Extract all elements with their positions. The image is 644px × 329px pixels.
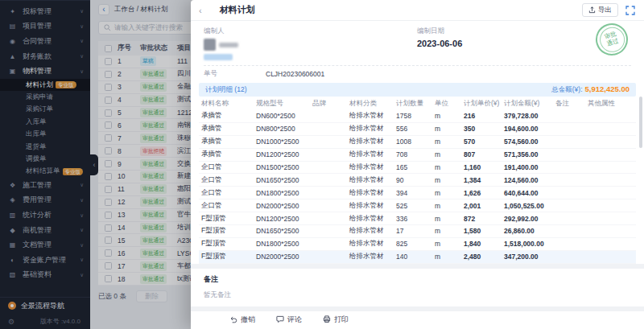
scrollbar[interactable]: [639, 97, 642, 148]
detail-cell: 1,580: [461, 227, 502, 235]
detail-count-label: 计划明细 (12): [205, 85, 246, 95]
detail-cell: 给排水管材: [347, 252, 394, 261]
creator-avatar: [204, 39, 216, 51]
detail-cell: 企口管: [199, 201, 254, 211]
detail-cell: 1,384: [461, 176, 502, 184]
drawer-header: ‹ 材料计划 导出: [191, 0, 644, 21]
table-row[interactable]: 承插管DN800*2500给排水管材556m350194,600.00: [199, 123, 636, 136]
drawer-title: 材料计划: [220, 4, 255, 16]
detail-cell: 承插管: [199, 137, 254, 146]
detail-cell: 企口管: [199, 175, 254, 185]
detail-col-header: 材料名称: [199, 99, 254, 109]
action-label: 撤销: [241, 315, 255, 325]
drawer-footer: 撤销评论打印: [191, 311, 644, 329]
detail-cell: DN1200*2500: [254, 215, 310, 223]
detail-cell: m: [432, 202, 461, 210]
detail-cell: 17: [394, 227, 432, 235]
detail-cell: 企口管: [199, 188, 254, 198]
detail-cell: F型顶管: [199, 226, 254, 236]
order-no-value: CLJH20230606001: [266, 70, 324, 78]
detail-cell: 给排水管材: [347, 150, 394, 159]
detail-cell: 给排水管材: [347, 201, 394, 211]
remark-section: 备注 暂无备注: [191, 269, 644, 306]
detail-table-body: 承插管DN600*2500给排水管材1758m216379,728.00承插管D…: [199, 110, 636, 264]
detail-cell: DN800*2500: [254, 125, 310, 133]
table-row[interactable]: 企口管DN2000*2500给排水管材525m2,0011,050,525.00: [199, 199, 636, 212]
table-row[interactable]: 承插管DN600*2500给排水管材1758m216379,728.00: [199, 110, 636, 123]
total-amount-value: 5,912,425.00: [585, 84, 630, 93]
detail-cell: 191,400.00: [502, 163, 553, 171]
detail-cell: DN1200*2500: [254, 150, 310, 158]
detail-cell: 640,644.00: [502, 189, 553, 197]
detail-cell: 给排水管材: [347, 188, 394, 198]
detail-cell: 571,356.00: [502, 150, 553, 158]
table-row[interactable]: 承插管DN1200*2500给排水管材708m807571,356.00: [199, 149, 636, 162]
detail-cell: m: [432, 150, 461, 158]
comment-button[interactable]: 评论: [276, 315, 302, 325]
remark-value: 暂无备注: [204, 290, 631, 300]
table-row[interactable]: F型顶管DN1650*2500给排水管材17m1,58026,860.00: [199, 225, 636, 238]
remark-label: 备注: [204, 274, 631, 285]
print-icon: [323, 315, 331, 325]
detail-table-header: 材料名称规格型号品牌材料分类计划数量单位计划单价(¥)计划金额(¥)备注其他属性: [199, 97, 636, 110]
detail-cell: 承插管: [199, 150, 254, 159]
table-row[interactable]: 承插管DN1000*2500给排水管材1008m570574,560.00: [199, 136, 636, 149]
detail-col-header: 计划数量: [394, 99, 432, 109]
detail-cell: 194,600.00: [502, 125, 553, 133]
detail-cell: F型顶管: [199, 239, 254, 249]
drawer-info: 编制人 编制日期 2023-06-06 审批通过 单号 CLJH20230606…: [191, 21, 644, 83]
table-row[interactable]: F型顶管DN1800*2500给排水管材825m1,8401,518,000.0…: [199, 238, 636, 251]
table-row[interactable]: F型顶管DN1200*2500给排水管材336m872292,992.00: [199, 212, 636, 225]
detail-cell: m: [432, 215, 461, 223]
detail-cell: DN1500*2500: [254, 163, 310, 171]
detail-cell: DN1650*2500: [254, 227, 310, 235]
detail-cell: 2,001: [461, 202, 502, 210]
detail-cell: 379,728.00: [502, 112, 553, 120]
detail-col-header: 计划金额(¥): [502, 99, 553, 109]
detail-table: 材料名称规格型号品牌材料分类计划数量单位计划单价(¥)计划金额(¥)备注其他属性…: [199, 97, 636, 264]
comment-icon: [276, 315, 284, 325]
detail-cell: F型顶管: [199, 252, 254, 261]
detail-cell: DN1000*2500: [254, 138, 310, 146]
detail-col-header: 规格型号: [254, 99, 310, 109]
detail-cell: 556: [394, 125, 432, 133]
detail-col-header: 单位: [432, 99, 461, 109]
detail-cell: m: [432, 176, 461, 184]
detail-cell: 承插管: [199, 124, 254, 134]
detail-cell: 574,560.00: [502, 138, 553, 146]
detail-cell: 1,840: [461, 240, 502, 248]
detail-cell: m: [432, 138, 461, 146]
detail-cell: 216: [461, 112, 502, 120]
detail-cell: 1,160: [461, 163, 502, 171]
detail-summary-bar: 计划明细 (12) 总金额(¥): 5,912,425.00: [199, 83, 636, 97]
drawer-collapse-icon[interactable]: ‹: [199, 6, 202, 15]
detail-cell: 292,992.00: [502, 215, 553, 223]
detail-col-header: 品牌: [310, 99, 347, 109]
detail-col-header: 其他属性: [585, 99, 636, 109]
action-label: 打印: [334, 315, 349, 325]
detail-cell: 525: [394, 202, 432, 210]
detail-cell: 140: [394, 253, 432, 261]
approval-stamp-text: 审批通过: [603, 31, 620, 48]
detail-cell: 124,560.00: [502, 176, 553, 184]
detail-cell: 给排水管材: [347, 226, 394, 236]
detail-cell: 570: [461, 138, 502, 146]
detail-cell: 26,860.00: [502, 227, 553, 235]
undo-button[interactable]: 撤销: [229, 315, 255, 325]
detail-cell: DN1650*2500: [254, 176, 310, 184]
detail-cell: DN600*2500: [254, 112, 310, 120]
table-row[interactable]: 企口管DN1500*2500给排水管材165m1,160191,400.00: [199, 162, 636, 175]
table-row[interactable]: 企口管DN1650*2500给排水管材90m1,384124,560.00: [199, 174, 636, 187]
detail-col-header: 计划单价(¥): [461, 99, 502, 109]
detail-cell: 企口管: [199, 162, 254, 172]
date-label: 编制日期: [417, 27, 462, 36]
print-button[interactable]: 打印: [323, 315, 349, 325]
detail-cell: m: [432, 240, 461, 248]
table-row[interactable]: 企口管DN1800*2500给排水管材394m1,626640,644.00: [199, 187, 636, 199]
detail-cell: 165: [394, 163, 432, 171]
detail-cell: 1008: [394, 138, 432, 146]
table-row[interactable]: F型顶管DN2000*2500给排水管材140m2,480347,200.00: [199, 251, 636, 264]
detail-cell: 承插管: [199, 111, 254, 121]
export-button[interactable]: 导出: [582, 3, 618, 17]
fullscreen-icon[interactable]: [625, 5, 636, 15]
